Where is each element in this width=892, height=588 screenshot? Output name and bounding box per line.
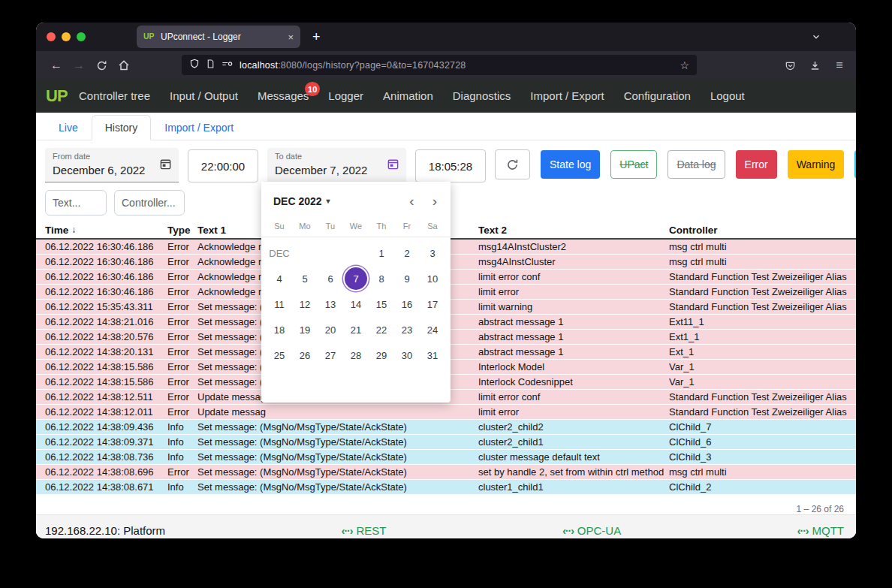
calendar-day-25[interactable]: 25 — [267, 342, 292, 368]
forward-button: → — [68, 59, 90, 72]
nav-item-controller-tree[interactable]: Controller tree — [79, 89, 150, 102]
tab-live[interactable]: Live — [45, 115, 92, 140]
footer-link-rest[interactable]: ‹··›REST — [342, 524, 387, 537]
column-header-text-2[interactable]: Text 2 — [478, 225, 669, 236]
back-button[interactable]: ← — [45, 59, 68, 72]
calendar-day-7[interactable]: 7 — [343, 266, 369, 291]
from-date-field[interactable]: From date December 6, 2022 — [45, 148, 179, 182]
calendar-day-28[interactable]: 28 — [343, 342, 369, 368]
calendar-day-19[interactable]: 19 — [292, 317, 318, 342]
tab-history[interactable]: History — [92, 115, 152, 140]
nav-item-logger[interactable]: Logger — [328, 89, 363, 102]
window-minimize-button[interactable] — [62, 32, 71, 41]
messages-badge: 10 — [305, 82, 320, 96]
tab-close-icon[interactable]: × — [288, 32, 294, 43]
month-selector[interactable]: DEC 2022 ▾ — [273, 195, 330, 207]
calendar-day-5[interactable]: 5 — [292, 266, 318, 291]
chip-upact[interactable]: UPact — [610, 150, 657, 179]
nav-item-messages[interactable]: Messages10 — [258, 89, 309, 102]
calendar-day-13[interactable]: 13 — [318, 291, 343, 317]
chip-data-log[interactable]: Data log — [667, 150, 725, 179]
nav-item-animation[interactable]: Animation — [383, 89, 433, 102]
chip-info[interactable]: Info — [854, 150, 856, 179]
calendar-day-1[interactable]: 1 — [369, 240, 394, 266]
to-time-input[interactable] — [415, 149, 486, 182]
calendar-day-11[interactable]: 11 — [267, 291, 292, 317]
page-info-icon[interactable] — [206, 59, 215, 71]
nav-item-logout[interactable]: Logout — [710, 89, 745, 102]
permissions-icon[interactable] — [221, 59, 234, 71]
calendar-day-8[interactable]: 8 — [369, 266, 394, 291]
from-time-input[interactable] — [188, 149, 258, 182]
column-header-time[interactable]: Time↓ — [45, 225, 167, 236]
calendar-day-20[interactable]: 20 — [318, 317, 343, 342]
tab-overflow-chevron-icon[interactable] — [811, 32, 821, 45]
table-row[interactable]: 06.12.2022 14:38:09.371InfoSet message: … — [36, 435, 856, 450]
view-tabs: LiveHistoryImport / Export — [36, 113, 856, 140]
calendar-day-30[interactable]: 30 — [394, 342, 420, 368]
chip-error[interactable]: Error — [736, 150, 777, 179]
day-number: 2 — [396, 242, 418, 264]
cell-type: Error — [167, 286, 197, 297]
calendar-day-21[interactable]: 21 — [343, 317, 369, 342]
nav-item-input-output[interactable]: Input / Output — [170, 89, 238, 102]
column-header-type[interactable]: Type — [167, 225, 197, 236]
table-row[interactable]: 06.12.2022 14:38:08.696ErrorSet message:… — [36, 465, 856, 480]
window-close-button[interactable] — [47, 32, 56, 41]
table-row[interactable]: 06.12.2022 14:38:08.671InfoSet message: … — [36, 480, 856, 495]
calendar-day-18[interactable]: 18 — [267, 317, 292, 342]
prev-month-icon[interactable]: ‹ — [409, 194, 414, 208]
calendar-day-4[interactable]: 4 — [267, 266, 292, 291]
next-month-icon[interactable]: › — [432, 194, 437, 208]
shield-icon[interactable] — [189, 59, 200, 71]
cell-type: Error — [167, 271, 197, 282]
calendar-day-2[interactable]: 2 — [394, 240, 420, 266]
calendar-icon-active[interactable] — [387, 158, 399, 173]
calendar-day-3[interactable]: 3 — [420, 240, 445, 266]
controller-filter-input[interactable] — [114, 190, 185, 216]
calendar-day-12[interactable]: 12 — [292, 291, 318, 317]
window-zoom-button[interactable] — [77, 32, 86, 41]
home-button[interactable] — [113, 59, 135, 72]
calendar-day-10[interactable]: 10 — [420, 266, 445, 291]
chip-warning[interactable]: Warning — [788, 150, 845, 179]
new-tab-button[interactable]: + — [312, 29, 321, 45]
table-row[interactable]: 06.12.2022 14:38:09.436InfoSet message: … — [36, 420, 856, 435]
calendar-day-23[interactable]: 23 — [394, 317, 420, 342]
cell-text2: cluster2_child2 — [478, 421, 669, 433]
calendar-day-14[interactable]: 14 — [343, 291, 369, 317]
pocket-shield-icon[interactable] — [782, 59, 797, 72]
downloads-icon[interactable] — [807, 59, 822, 72]
cell-text1: Set message: (MsgNo/MsgType/State/AckSta… — [197, 436, 478, 448]
footer-link-opc-ua[interactable]: ‹··›OPC-UA — [562, 524, 621, 537]
reload-button[interactable] — [90, 59, 113, 72]
nav-item-import-export[interactable]: Import / Export — [530, 89, 604, 102]
chip-state-log[interactable]: State log — [541, 150, 600, 179]
column-header-controller[interactable]: Controller — [669, 225, 856, 236]
address-bar[interactable]: localhost:8080/logs/history?page=0&to=16… — [182, 55, 697, 75]
calendar-day-6[interactable]: 6 — [318, 266, 343, 291]
table-row[interactable]: 06.12.2022 14:38:08.736InfoSet message: … — [36, 450, 856, 465]
browser-tab[interactable]: UP UPconnect - Logger × — [137, 26, 300, 48]
calendar-day-24[interactable]: 24 — [420, 317, 445, 342]
calendar-day-22[interactable]: 22 — [369, 317, 394, 342]
calendar-day-26[interactable]: 26 — [292, 342, 318, 368]
calendar-day-9[interactable]: 9 — [394, 266, 420, 291]
menu-hamburger-icon[interactable]: ≡ — [832, 59, 847, 72]
refresh-button[interactable] — [495, 149, 530, 179]
calendar-day-15[interactable]: 15 — [369, 291, 394, 317]
calendar-icon[interactable] — [159, 158, 172, 173]
calendar-day-16[interactable]: 16 — [394, 291, 420, 317]
to-date-field[interactable]: To date December 7, 2022 — [267, 148, 406, 182]
tab-import-export[interactable]: Import / Export — [151, 115, 247, 140]
nav-item-configuration[interactable]: Configuration — [624, 89, 691, 102]
calendar-day-27[interactable]: 27 — [318, 342, 343, 368]
footer-link-mqtt[interactable]: ‹··›MQTT — [797, 524, 844, 537]
calendar-day-31[interactable]: 31 — [420, 342, 445, 368]
bookmark-star-icon[interactable]: ☆ — [680, 59, 689, 71]
nav-item-diagnostics[interactable]: Diagnostics — [453, 89, 511, 102]
table-row[interactable]: 06.12.2022 14:38:12.011ErrorUpdate messa… — [36, 405, 856, 420]
calendar-day-17[interactable]: 17 — [420, 291, 445, 317]
text-filter-input[interactable] — [45, 190, 107, 216]
calendar-day-29[interactable]: 29 — [369, 342, 394, 368]
